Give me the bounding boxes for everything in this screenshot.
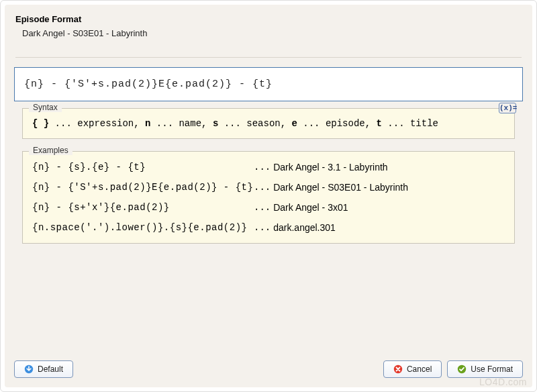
cancel-icon (393, 364, 403, 374)
example-row: {n} - {s+'x'}{e.pad(2)} ... Dark Angel -… (23, 197, 514, 217)
dialog-title: Episode Format (15, 14, 522, 24)
accept-icon (457, 364, 467, 374)
default-button[interactable]: Default (14, 360, 73, 378)
example-output: Dark Angel - S03E01 - Labyrinth (273, 182, 505, 193)
syntax-group: Syntax (x)= { } ... expression, n ... na… (22, 108, 515, 139)
example-expression: {n} - {s+'x'}{e.pad(2)} (32, 202, 254, 213)
default-button-label: Default (38, 364, 63, 374)
example-row: {n} - {s}.{e} - {t} ... Dark Angel - 3.1… (23, 157, 514, 177)
use-format-button[interactable]: Use Format (447, 360, 523, 378)
syntax-legend: { } ... expression, n ... name, s ... se… (22, 108, 515, 139)
use-format-button-label: Use Format (471, 364, 513, 374)
button-bar: Default Cancel Use Format (5, 360, 532, 378)
format-preview-text: Dark Angel - S03E01 - Labyrinth (15, 24, 522, 38)
watermark-text: LO4D.com (479, 377, 527, 387)
episode-format-dialog: Episode Format Dark Angel - S03E01 - Lab… (5, 5, 532, 387)
example-row: {n.space('.').lower()}.{s}{e.pad(2)} ...… (23, 217, 514, 238)
syntax-brace: { } (32, 118, 49, 129)
example-output: Dark Angel - 3x01 (273, 202, 505, 213)
example-row: {n} - {'S'+s.pad(2)}E{e.pad(2)} - {t} ..… (23, 177, 514, 197)
example-output: Dark Angel - 3.1 - Labyrinth (273, 162, 505, 173)
syntax-t: t (377, 118, 382, 129)
example-expression: {n} - {s}.{e} - {t} (32, 162, 254, 173)
arrow-down-circle-icon (24, 364, 34, 374)
separator (15, 57, 522, 58)
example-expression: {n.space('.').lower()}.{s}{e.pad(2)} (32, 222, 254, 233)
example-expression: {n} - {'S'+s.pad(2)}E{e.pad(2)} - {t} (32, 182, 254, 193)
format-expression-input[interactable]: {n} - {'S'+s.pad(2)}E{e.pad(2)} - {t} (14, 67, 523, 101)
examples-group: Examples {n} - {s}.{e} - {t} ... Dark An… (22, 151, 515, 244)
expression-help-icon[interactable]: (x)= (499, 103, 516, 113)
examples-box: {n} - {s}.{e} - {t} ... Dark Angel - 3.1… (22, 151, 515, 244)
dialog-header: Episode Format Dark Angel - S03E01 - Lab… (5, 5, 532, 45)
syntax-group-label: Syntax (29, 103, 62, 112)
cancel-button-label: Cancel (407, 364, 432, 374)
syntax-e: e (292, 118, 297, 129)
example-output: dark.angel.301 (273, 222, 505, 233)
examples-group-label: Examples (29, 146, 72, 155)
cancel-button[interactable]: Cancel (383, 360, 442, 378)
